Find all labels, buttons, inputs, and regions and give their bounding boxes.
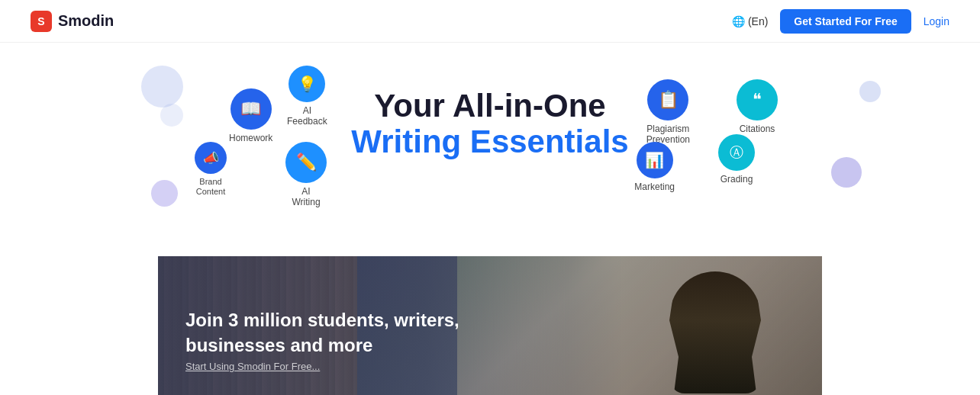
feedback-label: AIFeedback: [287, 105, 327, 127]
citations-icon: ❝: [737, 79, 778, 120]
writing-icon: ✏️: [285, 142, 327, 183]
feature-homework[interactable]: 📖 Homework: [229, 88, 272, 143]
decorative-blob: [859, 81, 881, 102]
marketing-icon: 📊: [637, 142, 673, 178]
homework-icon: 📖: [230, 88, 272, 130]
brand-content-label: BrandContent: [196, 177, 226, 197]
homework-label: Homework: [229, 133, 272, 143]
plagiarism-icon: 📋: [647, 79, 688, 120]
citations-label: Citations: [740, 124, 775, 134]
hero-section: Your All-in-One Writing Essentials 📖 Hom…: [0, 43, 980, 256]
hero-title-line1: Your All-in-One: [351, 88, 628, 124]
grading-icon: Ⓐ: [718, 134, 755, 171]
decorative-blob: [151, 180, 178, 207]
promo-banner: Join 3 million students, writers, busine…: [158, 256, 822, 395]
decorative-blob: [831, 157, 862, 188]
banner-title: Join 3 million students, writers, busine…: [185, 308, 468, 358]
brand-content-icon: 📣: [195, 142, 227, 174]
feature-marketing[interactable]: 📊 Marketing: [634, 142, 675, 192]
feature-ai-writing[interactable]: ✏️ AIWriting: [285, 142, 327, 208]
brand-name: Smodin: [58, 12, 114, 30]
decorative-blob: [141, 66, 183, 108]
feature-brand-content[interactable]: 📣 BrandContent: [195, 142, 227, 197]
banner-content: Join 3 million students, writers, busine…: [185, 308, 468, 372]
brand-logo-icon: S: [31, 11, 52, 32]
login-button[interactable]: Login: [924, 15, 949, 27]
language-selector[interactable]: 🌐 (En): [732, 15, 768, 27]
language-icon: 🌐: [732, 15, 745, 27]
banner-subtitle[interactable]: Start Using Smodin For Free...: [185, 361, 468, 372]
grading-label: Grading: [720, 174, 753, 185]
language-label: (En): [748, 15, 768, 27]
get-started-button[interactable]: Get Started For Free: [780, 9, 911, 34]
decorative-blob: [160, 104, 183, 127]
navbar: S Smodin 🌐 (En) Get Started For Free Log…: [0, 0, 980, 43]
hero-title-line2: Writing Essentials: [351, 124, 628, 160]
feature-feedback[interactable]: 💡 AIFeedback: [287, 66, 327, 127]
writing-label: AIWriting: [292, 186, 320, 208]
feature-plagiarism[interactable]: 📋 PlagiarismPrevention: [646, 79, 690, 146]
feature-citations[interactable]: ❝ Citations: [737, 79, 778, 134]
navbar-actions: 🌐 (En) Get Started For Free Login: [732, 9, 949, 34]
feature-grading[interactable]: Ⓐ Grading: [718, 134, 755, 185]
feedback-icon: 💡: [289, 66, 325, 102]
marketing-label: Marketing: [634, 181, 675, 192]
brand: S Smodin: [31, 11, 114, 32]
hero-text: Your All-in-One Writing Essentials: [351, 88, 628, 160]
